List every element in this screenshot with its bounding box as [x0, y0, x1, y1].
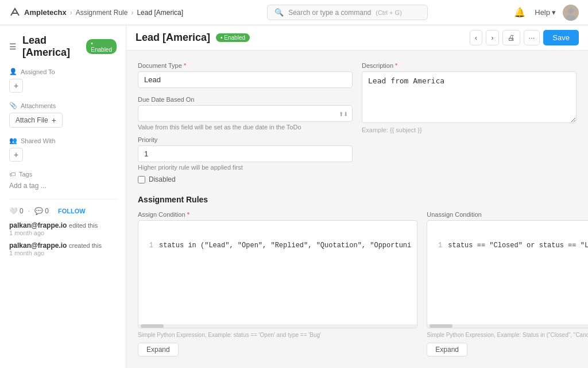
- avatar[interactable]: [563, 5, 579, 21]
- status-badge: • Enabled: [86, 39, 117, 54]
- toolbar: Lead [America] • Enabled ‹ › 🖨 ··· Save: [126, 25, 588, 51]
- attach-plus-icon: +: [52, 116, 56, 125]
- assign-scrollbar: [138, 324, 417, 328]
- sidebar-menu-icon[interactable]: ☰: [9, 42, 17, 51]
- assign-condition-col: Assign Condition * 1 status in ("Lead", …: [138, 211, 417, 356]
- svg-point-1: [566, 15, 576, 21]
- paperclip-icon: 📎: [9, 102, 17, 109]
- add-assigned-to-button[interactable]: +: [9, 79, 23, 93]
- due-date-input[interactable]: [138, 105, 353, 122]
- assign-condition-editor[interactable]: 1 status in ("Lead", "Open", "Replied", …: [138, 220, 417, 328]
- nav-center: 🔍 Search or type a command (Ctrl + G): [183, 5, 512, 20]
- assign-expand-button[interactable]: Expand: [138, 343, 179, 356]
- priority-input[interactable]: [138, 145, 353, 162]
- activity-user-1: palkan@frappe.io: [9, 241, 67, 250]
- unassign-scrollbar: [427, 324, 588, 328]
- description-col: Description * Lead from America Example:…: [362, 62, 577, 183]
- add-shared-with-button[interactable]: +: [9, 148, 23, 162]
- disabled-checkbox[interactable]: [138, 176, 145, 183]
- assign-lineno: 1: [144, 241, 153, 250]
- heart-icon: 🤍: [9, 207, 18, 215]
- logo: Ampletechx: [9, 7, 67, 18]
- attachments-label: 📎 Attachments: [9, 102, 117, 109]
- save-button[interactable]: Save: [543, 30, 579, 45]
- search-icon: 🔍: [274, 8, 284, 17]
- unassign-condition-col: Unassign Condition 1 status == "Closed" …: [427, 211, 588, 356]
- sidebar: ☰ Lead [America] • Enabled 👤 Assigned To…: [0, 25, 126, 368]
- attach-file-label: Attach File: [16, 116, 48, 124]
- search-bar[interactable]: 🔍 Search or type a command (Ctrl + G): [267, 5, 428, 20]
- assigned-to-label: 👤 Assigned To: [9, 68, 117, 75]
- toolbar-right: ‹ › 🖨 ··· Save: [470, 30, 579, 45]
- notification-bell-button[interactable]: 🔔: [512, 5, 528, 20]
- form-area: Document Type * Due Date Based On ⬆⬇ Val…: [126, 51, 588, 368]
- due-date-hint: Value from this field will be set as the…: [138, 124, 353, 131]
- unassign-hint: Simple Python Expression, Example: Statu…: [427, 331, 588, 339]
- breadcrumb-assignment[interactable]: Assignment Rule: [76, 9, 128, 17]
- print-button[interactable]: 🖨: [502, 30, 520, 45]
- shared-with-label: 👥 Shared With: [9, 137, 117, 144]
- person-icon: 👤: [9, 68, 17, 75]
- tags-label: 🏷 Tags: [9, 171, 117, 178]
- unassign-scrollbar-thumb: [430, 324, 452, 328]
- help-button[interactable]: Help ▾: [535, 8, 556, 17]
- assign-code-content: status in ("Lead", "Open", "Replied", "Q…: [159, 241, 411, 250]
- top-nav: Ampletechx › Assignment Rule › Lead [Ame…: [0, 0, 588, 25]
- add-tag-label[interactable]: Add a tag ...: [9, 182, 47, 190]
- logo-text: Ampletechx: [24, 8, 67, 17]
- unassign-expand-button[interactable]: Expand: [427, 343, 467, 356]
- disabled-row: Disabled: [138, 175, 353, 183]
- assign-condition-code[interactable]: 1 status in ("Lead", "Open", "Replied", …: [138, 221, 417, 324]
- more-options-button[interactable]: ···: [524, 30, 540, 45]
- description-textarea[interactable]: Lead from America: [362, 71, 577, 123]
- priority-label: Priority: [138, 136, 353, 143]
- due-date-label: Due Date Based On: [138, 96, 353, 103]
- sidebar-page-title: Lead [America]: [22, 34, 80, 59]
- tag-icon: 🏷: [9, 171, 16, 178]
- search-placeholder: Search or type a command: [288, 9, 371, 17]
- disabled-label: Disabled: [149, 175, 176, 183]
- main-content: Lead [America] • Enabled ‹ › 🖨 ··· Save …: [126, 25, 588, 368]
- help-chevron-icon: ▾: [552, 8, 556, 17]
- activity-user-0: palkan@frappe.io: [9, 221, 67, 229]
- activity-entry-1: palkan@frappe.io created this 1 month ag…: [9, 241, 117, 256]
- doc-type-label: Document Type *: [138, 62, 353, 69]
- svg-point-0: [568, 8, 574, 14]
- shared-with-section: 👥 Shared With +: [9, 137, 117, 162]
- assignment-rules-header: Assignment Rules: [138, 193, 577, 204]
- activity-section: 🤍 0 · 💬 0 FOLLOW palkan@frappe.io edited…: [9, 199, 117, 256]
- description-required: *: [395, 62, 397, 69]
- follow-button[interactable]: FOLLOW: [58, 208, 86, 214]
- prev-button[interactable]: ‹: [470, 30, 482, 45]
- form-row-conditions: Assign Condition * 1 status in ("Lead", …: [138, 211, 577, 356]
- activity-action-1: created this: [69, 242, 102, 249]
- assigned-to-section: 👤 Assigned To +: [9, 68, 117, 93]
- attach-file-button[interactable]: Attach File +: [9, 113, 63, 128]
- description-label: Description *: [362, 62, 577, 69]
- toolbar-status-badge: • Enabled: [216, 33, 250, 42]
- due-date-select-wrap: ⬆⬇: [138, 105, 353, 122]
- search-shortcut: (Ctrl + G): [376, 9, 402, 16]
- assign-condition-label: Assign Condition *: [138, 211, 417, 218]
- doc-type-col: Document Type * Due Date Based On ⬆⬇ Val…: [138, 62, 353, 183]
- like-row: 🤍 0 · 💬 0 FOLLOW: [9, 206, 117, 215]
- nav-right: 🔔 Help ▾: [512, 5, 579, 21]
- unassign-condition-code[interactable]: 1 status == "Closed" or status == "Lost"…: [427, 221, 588, 324]
- unassign-condition-editor[interactable]: 1 status == "Closed" or status == "Lost"…: [427, 220, 588, 328]
- assign-scrollbar-thumb: [141, 324, 164, 328]
- doc-type-input[interactable]: [138, 71, 353, 88]
- breadcrumb-current: Lead [America]: [137, 9, 183, 17]
- next-button[interactable]: ›: [486, 30, 498, 45]
- shared-icon: 👥: [9, 137, 17, 144]
- attachments-section: 📎 Attachments Attach File +: [9, 102, 117, 128]
- page-title-main: Lead [America]: [136, 32, 210, 44]
- breadcrumb-sep-2: ›: [131, 9, 133, 17]
- unassign-condition-label: Unassign Condition: [427, 211, 588, 218]
- form-row-1: Document Type * Due Date Based On ⬆⬇ Val…: [138, 62, 577, 183]
- likes-count: 🤍 0: [9, 207, 24, 215]
- toolbar-left: Lead [America] • Enabled: [136, 32, 250, 44]
- assign-hint: Simple Python Expression, Example: statu…: [138, 331, 417, 339]
- comment-icon: 💬: [34, 207, 43, 215]
- tags-section: 🏷 Tags Add a tag ...: [9, 171, 117, 190]
- breadcrumb-sep-1: ›: [70, 9, 72, 17]
